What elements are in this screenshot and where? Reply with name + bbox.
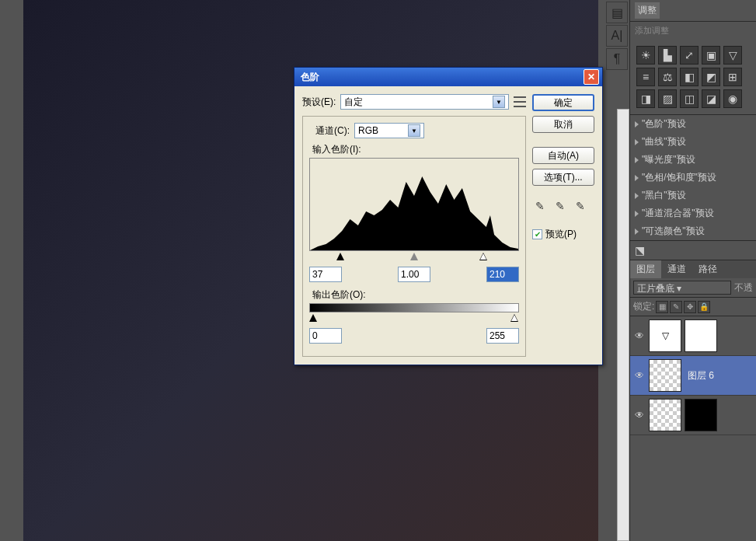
preset-curves[interactable]: "曲线"预设 xyxy=(630,133,756,151)
layer-mask-thumb[interactable] xyxy=(685,319,717,352)
blend-mode-select[interactable]: 正片叠底 ▾ xyxy=(633,281,731,295)
options-button[interactable]: 选项(T)... xyxy=(532,169,594,186)
layer-row-selected[interactable]: 👁 图层 6 xyxy=(630,356,756,396)
layer-thumb[interactable] xyxy=(649,359,681,392)
mixer-icon[interactable]: ⊞ xyxy=(723,68,742,86)
invert-icon[interactable]: ◨ xyxy=(636,89,655,108)
adjustment-icons-grid: ☀ ▙ ⤢ ▣ ▽ ≡ ⚖ ◧ ◩ ⊞ ◨ ▨ ◫ ◪ ◉ xyxy=(630,40,756,115)
preview-label: 预览(P) xyxy=(545,228,577,241)
preset-bw[interactable]: "黑白"预设 xyxy=(630,187,756,204)
lock-all-icon[interactable]: 🔒 xyxy=(698,301,710,313)
output-slider[interactable] xyxy=(309,314,519,323)
tool-paragraph-icon[interactable]: ¶ xyxy=(606,48,628,70)
dialog-title-bar[interactable]: 色阶 ✕ xyxy=(294,68,602,86)
layers-panel: 图层 通道 路径 正片叠底 ▾ 不透 锁定: ▦ ✎ ✥ 🔒 👁 ▽ 👁 图层 xyxy=(630,260,756,435)
triangle-icon xyxy=(635,229,639,235)
preset-toolbar[interactable]: ⬔ xyxy=(630,241,756,260)
preset-label: 预设(E): xyxy=(302,96,336,109)
eyedropper-row: ✎ ✎ ✎ xyxy=(532,200,594,215)
histogram-svg xyxy=(310,173,518,250)
tool-character-icon[interactable]: A| xyxy=(606,25,628,47)
vibrance-icon[interactable]: ▽ xyxy=(723,46,742,65)
dialog-left: 预设(E): 自定 ▼ 通道(C): RGB ▼ 输入色阶(I): xyxy=(302,94,526,357)
histogram xyxy=(309,158,519,251)
preset-menu-icon[interactable] xyxy=(514,96,526,107)
eyedropper-white-icon[interactable]: ✎ xyxy=(576,200,591,215)
layer-row[interactable]: 👁 xyxy=(630,396,756,435)
chevron-down-icon: ▾ xyxy=(677,283,681,294)
output-values-row xyxy=(309,328,519,344)
preset-list: "色阶"预设 "曲线"预设 "曝光度"预设 "色相/饱和度"预设 "黑白"预设 … xyxy=(630,115,756,241)
eyedropper-gray-icon[interactable]: ✎ xyxy=(556,200,571,215)
preset-exposure[interactable]: "曝光度"预设 xyxy=(630,151,756,169)
midtone-input[interactable] xyxy=(398,267,430,282)
levels-dialog: 色阶 ✕ 预设(E): 自定 ▼ 通道(C): RGB ▼ xyxy=(294,67,603,365)
highlight-input[interactable] xyxy=(486,267,519,282)
out-black-slider-handle[interactable] xyxy=(309,314,317,322)
preset-levels[interactable]: "色阶"预设 xyxy=(630,115,756,133)
layer-thumb[interactable] xyxy=(649,399,681,431)
out-white-input[interactable] xyxy=(486,328,519,344)
midtone-slider-handle[interactable] xyxy=(410,253,418,260)
add-adjustment-label: 添加调整 xyxy=(630,22,756,40)
selective-icon[interactable]: ◉ xyxy=(723,89,742,108)
triangle-icon xyxy=(635,193,639,199)
input-slider[interactable] xyxy=(309,253,519,262)
visibility-icon[interactable]: 👁 xyxy=(633,409,646,421)
preset-select[interactable]: 自定 ▼ xyxy=(340,94,509,110)
tool-histogram-icon[interactable]: ▤ xyxy=(606,2,628,23)
brightness-icon[interactable]: ☀ xyxy=(636,46,655,65)
highlight-slider-handle[interactable] xyxy=(479,253,487,260)
vertical-scrollbar[interactable] xyxy=(617,109,629,541)
tab-paths[interactable]: 路径 xyxy=(692,260,723,278)
lock-position-icon[interactable]: ✥ xyxy=(684,301,696,313)
bw-icon[interactable]: ◧ xyxy=(680,68,699,86)
close-button[interactable]: ✕ xyxy=(584,69,599,85)
triangle-icon xyxy=(635,175,639,181)
shadow-input[interactable] xyxy=(309,267,342,282)
threshold-icon[interactable]: ◫ xyxy=(680,89,699,108)
preset-label: "黑白"预设 xyxy=(642,189,686,202)
tab-channels[interactable]: 通道 xyxy=(661,260,692,278)
adjustments-tab[interactable]: 调整 xyxy=(635,2,660,19)
balance-icon[interactable]: ⚖ xyxy=(658,68,677,86)
preset-label: "通道混合器"预设 xyxy=(642,207,714,220)
out-black-input[interactable] xyxy=(309,328,342,344)
lock-transparency-icon[interactable]: ▦ xyxy=(656,301,668,313)
posterize-icon[interactable]: ▨ xyxy=(658,89,677,108)
shadow-slider-handle[interactable] xyxy=(336,253,344,260)
opacity-label: 不透 xyxy=(734,281,753,295)
layer-thumb[interactable]: ▽ xyxy=(649,319,681,352)
preview-checkbox-row[interactable]: ✔ 预览(P) xyxy=(532,228,594,241)
layer-row[interactable]: 👁 ▽ xyxy=(630,316,756,356)
preset-hue[interactable]: "色相/饱和度"预设 xyxy=(630,169,756,187)
preset-selective[interactable]: "可选颜色"预设 xyxy=(630,222,756,240)
out-white-slider-handle[interactable] xyxy=(510,314,518,322)
preset-label: "色相/饱和度"预设 xyxy=(642,171,716,184)
visibility-icon[interactable]: 👁 xyxy=(633,369,646,382)
preset-mixer[interactable]: "通道混合器"预设 xyxy=(630,204,756,222)
tab-layers[interactable]: 图层 xyxy=(630,260,661,278)
curves-icon[interactable]: ⤢ xyxy=(680,46,699,65)
levels-icon[interactable]: ▙ xyxy=(658,46,677,65)
cancel-button[interactable]: 取消 xyxy=(532,116,594,133)
gradient-icon[interactable]: ◪ xyxy=(702,89,720,108)
preset-label: "色阶"预设 xyxy=(642,117,686,131)
preview-checkbox[interactable]: ✔ xyxy=(532,229,542,239)
input-levels-label: 输入色阶(I): xyxy=(312,143,519,156)
output-levels-label: 输出色阶(O): xyxy=(312,288,519,302)
channel-select[interactable]: RGB ▼ xyxy=(354,123,424,138)
auto-button[interactable]: 自动(A) xyxy=(532,147,594,164)
layer-mask-thumb[interactable] xyxy=(685,399,717,431)
photo-filter-icon[interactable]: ◩ xyxy=(702,68,720,86)
dialog-right: 确定 取消 自动(A) 选项(T)... ✎ ✎ ✎ ✔ 预览(P) xyxy=(532,94,594,357)
visibility-icon[interactable]: 👁 xyxy=(633,330,646,342)
ok-button[interactable]: 确定 xyxy=(532,94,594,111)
eyedropper-black-icon[interactable]: ✎ xyxy=(535,200,551,215)
preset-row: 预设(E): 自定 ▼ xyxy=(302,94,526,110)
channel-value: RGB xyxy=(358,125,378,136)
exposure-icon[interactable]: ▣ xyxy=(702,46,720,65)
blend-mode-value: 正片叠底 xyxy=(637,283,674,294)
lock-pixels-icon[interactable]: ✎ xyxy=(670,301,682,313)
hue-icon[interactable]: ≡ xyxy=(636,68,655,86)
